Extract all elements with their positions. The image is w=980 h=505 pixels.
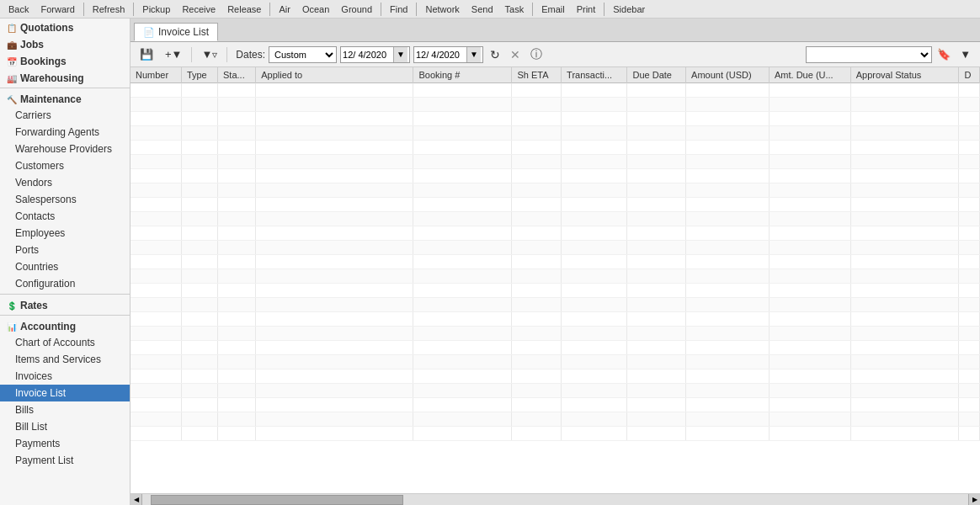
sidebar-item-invoices[interactable]: Invoices [0,368,130,385]
table-row[interactable] [130,183,980,198]
scroll-track[interactable] [142,494,968,506]
scroll-thumb[interactable] [151,495,403,505]
network-button[interactable]: Network [420,3,464,15]
back-button[interactable]: Back [3,3,34,15]
table-row[interactable] [130,241,980,255]
sidebar-item-carriers[interactable]: Carriers [0,107,130,124]
sidebar-section-warehousing[interactable]: 🏭 Warehousing [0,69,130,86]
filter-button[interactable]: ▼ ▿ [197,45,221,63]
table-row[interactable] [130,412,980,427]
col-amt-due[interactable]: Amt. Due (U... [769,67,850,83]
col-booking[interactable]: Booking # [413,67,512,83]
tab-invoice-list[interactable]: 📄 Invoice List [134,23,218,41]
table-row[interactable] [130,226,980,241]
date-to-input[interactable] [416,50,466,60]
sidebar-item-warehouse-providers[interactable]: Warehouse Providers [0,141,130,157]
table-row[interactable] [130,83,980,98]
separator-2 [133,3,134,16]
sidebar-section-accounting[interactable]: 📊 Accounting [0,317,130,334]
table-row[interactable] [130,169,980,183]
sidebar-item-forwarding-agents[interactable]: Forwarding Agents [0,124,130,141]
table-row[interactable] [130,398,980,412]
sidebar-item-bills[interactable]: Bills [0,401,130,418]
sidebar-item-customers[interactable]: Customers [0,157,130,174]
sidebar-item-bill-list[interactable]: Bill List [0,418,130,435]
bookmark-dropdown[interactable]: ▼ [956,45,975,63]
add-button[interactable]: +▼ [161,45,186,63]
sidebar-item-configuration[interactable]: Configuration [0,275,130,292]
sidebar-item-payment-list[interactable]: Payment List [0,452,130,469]
forward-button[interactable]: Forward [35,3,79,15]
refresh-button[interactable]: Refresh [88,3,130,15]
release-button[interactable]: Release [222,3,266,15]
col-due-date[interactable]: Due Date [627,67,686,83]
date-from-picker[interactable]: ▼ [393,47,407,62]
table-row[interactable] [130,155,980,169]
col-number[interactable]: Number [130,67,181,83]
sidebar-item-contacts[interactable]: Contacts [0,208,130,225]
table-row[interactable] [130,298,980,312]
col-applied-to[interactable]: Applied to [256,67,413,83]
sidebar-item-vendors[interactable]: Vendors [0,174,130,191]
table-row[interactable] [130,384,980,398]
print-button[interactable]: Print [572,3,601,15]
search-select[interactable] [806,46,932,63]
table-row[interactable] [130,212,980,226]
col-status[interactable]: Sta... [218,67,256,83]
table-row[interactable] [130,198,980,212]
col-type[interactable]: Type [181,67,217,83]
send-button[interactable]: Send [466,3,498,15]
scroll-left-button[interactable]: ◀ [130,494,142,506]
table-row[interactable] [130,112,980,126]
sidebar-item-payments[interactable]: Payments [0,435,130,452]
table-row[interactable] [130,126,980,141]
sidebar-item-invoice-list[interactable]: Invoice List [0,385,130,401]
ground-button[interactable]: Ground [336,3,377,15]
table-row[interactable] [130,255,980,269]
sidebar-resize-handle[interactable] [126,19,130,505]
table-row[interactable] [130,327,980,341]
sidebar-item-chart-of-accounts[interactable]: Chart of Accounts [0,334,130,351]
sidebar-section-quotations[interactable]: 📋 Quotations [0,19,130,35]
sidebar-item-salespersons[interactable]: Salespersons [0,191,130,208]
save-button[interactable]: 💾 [136,45,157,63]
col-sh-eta[interactable]: Sh ETA [512,67,562,83]
table-row[interactable] [130,98,980,112]
col-d[interactable]: D [959,67,980,83]
table-row[interactable] [130,269,980,284]
table-row[interactable] [130,284,980,298]
table-row[interactable] [130,312,980,327]
sidebar-section-rates[interactable]: 💲 Rates [0,296,130,313]
receive-button[interactable]: Receive [177,3,221,15]
pickup-button[interactable]: Pickup [137,3,175,15]
col-transaction[interactable]: Transacti... [562,67,627,83]
sidebar-button[interactable]: Sidebar [608,3,650,15]
bookmark-button[interactable]: 🔖 [934,46,954,62]
table-row[interactable] [130,341,980,355]
sidebar-section-bookings[interactable]: 📅 Bookings [0,52,130,69]
find-button[interactable]: Find [385,3,413,15]
email-button[interactable]: Email [536,3,570,15]
sidebar-item-countries[interactable]: Countries [0,258,130,275]
table-row[interactable] [130,427,980,441]
table-row[interactable] [130,141,980,155]
date-to-picker[interactable]: ▼ [466,47,481,62]
cancel-filter-button[interactable]: ✕ [507,46,524,63]
air-button[interactable]: Air [274,3,295,15]
dates-select[interactable]: Custom Today This Week This Month This Y… [269,46,337,63]
col-approval-status[interactable]: Approval Status [850,67,959,83]
task-button[interactable]: Task [500,3,530,15]
col-amount[interactable]: Amount (USD) [686,67,770,83]
sidebar-item-ports[interactable]: Ports [0,242,130,258]
sidebar-item-employees[interactable]: Employees [0,225,130,242]
sidebar-section-jobs[interactable]: 💼 Jobs [0,35,130,52]
ocean-button[interactable]: Ocean [297,3,334,15]
info-button[interactable]: ⓘ [527,45,546,64]
table-row[interactable] [130,369,980,384]
refresh-data-button[interactable]: ↻ [487,46,503,63]
table-row[interactable] [130,355,980,369]
scroll-right-button[interactable]: ▶ [968,494,980,506]
sidebar-section-maintenance[interactable]: 🔨 Maintenance [0,90,130,107]
date-from-input[interactable] [343,50,393,60]
sidebar-item-items-and-services[interactable]: Items and Services [0,351,130,368]
